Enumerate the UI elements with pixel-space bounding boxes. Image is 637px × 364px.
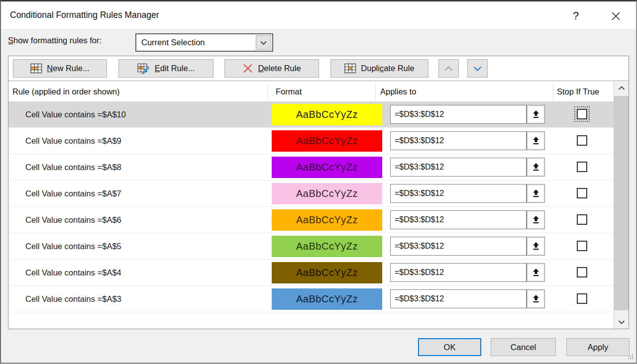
applies-to-input[interactable] bbox=[390, 210, 527, 229]
format-preview-text: AaBbCcYyZz bbox=[296, 293, 358, 305]
header-divider bbox=[267, 83, 268, 100]
apply-button[interactable]: Apply bbox=[566, 338, 630, 356]
applies-to-input[interactable] bbox=[390, 263, 527, 282]
table-row[interactable]: Cell Value contains =$A$10 AaBbCcYyZz bbox=[8, 101, 614, 128]
collapse-dialog-button[interactable] bbox=[527, 184, 545, 203]
rules-toolbar: New Rule... Edit Rule... bbox=[8, 56, 629, 81]
header-stop-if-true: Stop If True bbox=[557, 82, 599, 101]
stop-if-true-checkbox[interactable] bbox=[577, 293, 587, 304]
close-button[interactable] bbox=[607, 8, 624, 23]
rule-description: Cell Value contains =$A$10 bbox=[25, 101, 126, 127]
collapse-dialog-button[interactable] bbox=[527, 158, 545, 177]
table-row[interactable]: Cell Value contains =$A$4 AaBbCcYyZz bbox=[8, 260, 614, 286]
collapse-range-arrow-icon bbox=[532, 189, 540, 198]
collapse-range-arrow-icon bbox=[532, 110, 540, 119]
table-row[interactable]: Cell Value contains =$A$5 AaBbCcYyZz bbox=[8, 233, 614, 260]
scope-dropdown-value: Current Selection bbox=[141, 34, 205, 51]
applies-to-input[interactable] bbox=[390, 289, 527, 308]
format-preview-swatch: AaBbCcYyZz bbox=[272, 130, 382, 152]
rule-description: Cell Value contains =$A$7 bbox=[25, 181, 121, 206]
applies-to-group bbox=[390, 131, 545, 150]
format-preview-text: AaBbCcYyZz bbox=[296, 109, 358, 120]
stop-if-true-checkbox[interactable] bbox=[577, 135, 587, 146]
collapse-dialog-button[interactable] bbox=[527, 237, 545, 256]
move-rule-down-button[interactable] bbox=[467, 59, 488, 78]
applies-to-input[interactable] bbox=[390, 131, 527, 150]
format-preview-text: AaBbCcYyZz bbox=[296, 267, 358, 278]
rules-panel: New Rule... Edit Rule... bbox=[8, 56, 629, 329]
collapse-range-arrow-icon bbox=[532, 163, 540, 172]
rule-description: Cell Value contains =$A$6 bbox=[25, 207, 121, 233]
stop-if-true-checkbox[interactable] bbox=[577, 162, 587, 172]
edit-rule-button[interactable]: Edit Rule... bbox=[118, 59, 213, 78]
header-rule: Rule (applied in order shown) bbox=[12, 82, 120, 101]
move-rule-up-button[interactable] bbox=[438, 59, 459, 78]
table-row[interactable]: Cell Value contains =$A$3 AaBbCcYyZz bbox=[8, 286, 614, 312]
table-row[interactable]: Cell Value contains =$A$9 AaBbCcYyZz bbox=[8, 128, 614, 154]
format-preview-swatch: AaBbCcYyZz bbox=[272, 157, 382, 178]
collapse-dialog-button[interactable] bbox=[527, 263, 545, 282]
format-preview-text: AaBbCcYyZz bbox=[296, 162, 358, 173]
delete-x-icon bbox=[242, 64, 253, 73]
new-rule-grid-icon bbox=[30, 63, 42, 74]
header-divider bbox=[375, 83, 376, 100]
applies-to-input[interactable] bbox=[390, 158, 527, 177]
applies-to-input[interactable] bbox=[390, 105, 527, 124]
close-icon bbox=[611, 11, 621, 21]
collapse-dialog-button[interactable] bbox=[527, 289, 545, 308]
scope-dropdown[interactable]: Current Selection bbox=[135, 33, 273, 52]
applies-to-group bbox=[390, 289, 545, 308]
format-preview-swatch: AaBbCcYyZz bbox=[272, 262, 382, 283]
stop-if-true-checkbox[interactable] bbox=[577, 109, 587, 119]
duplicate-rule-button[interactable]: Duplicate Rule bbox=[330, 59, 428, 78]
header-applies-to: Applies to bbox=[380, 82, 416, 101]
edit-rule-label: Edit Rule... bbox=[155, 64, 195, 73]
scrollbar-thumb[interactable] bbox=[614, 96, 629, 310]
show-rules-label: Show formatting rules for: bbox=[8, 36, 102, 45]
stop-if-true-checkbox[interactable] bbox=[577, 188, 587, 198]
header-format: Format bbox=[276, 82, 302, 101]
format-preview-text: AaBbCcYyZz bbox=[296, 188, 358, 199]
delete-rule-label: Delete Rule bbox=[258, 64, 301, 73]
applies-to-group bbox=[390, 158, 545, 177]
chevron-up-icon bbox=[444, 66, 453, 72]
dialog-title: Conditional Formatting Rules Manager bbox=[10, 1, 159, 29]
table-row[interactable]: Cell Value contains =$A$7 AaBbCcYyZz bbox=[8, 181, 614, 207]
stop-if-true-checkbox[interactable] bbox=[577, 267, 587, 277]
scroll-down-arrow-icon bbox=[618, 320, 625, 324]
ok-button[interactable]: OK bbox=[418, 338, 481, 356]
rule-description: Cell Value contains =$A$9 bbox=[25, 128, 121, 154]
conditional-formatting-rules-manager-dialog: Conditional Formatting Rules Manager ? S… bbox=[0, 0, 637, 364]
chevron-down-icon bbox=[473, 66, 482, 72]
format-preview-text: AaBbCcYyZz bbox=[296, 135, 358, 147]
help-button[interactable]: ? bbox=[568, 8, 583, 23]
resize-grip[interactable] bbox=[626, 352, 634, 360]
rule-description: Cell Value contains =$A$8 bbox=[25, 154, 121, 180]
vertical-scrollbar[interactable] bbox=[614, 82, 629, 329]
stop-if-true-checkbox[interactable] bbox=[577, 214, 587, 225]
scope-dropdown-arrow-button[interactable] bbox=[256, 35, 271, 50]
applies-to-input[interactable] bbox=[390, 184, 527, 203]
collapse-range-arrow-icon bbox=[532, 294, 540, 303]
collapse-dialog-button[interactable] bbox=[527, 210, 545, 229]
rule-description: Cell Value contains =$A$4 bbox=[25, 260, 121, 285]
duplicate-rule-grid-icon bbox=[344, 63, 356, 74]
format-preview-swatch: AaBbCcYyZz bbox=[272, 183, 382, 204]
table-row[interactable]: Cell Value contains =$A$8 AaBbCcYyZz bbox=[8, 154, 614, 181]
rule-description: Cell Value contains =$A$5 bbox=[25, 233, 121, 259]
format-preview-swatch: AaBbCcYyZz bbox=[272, 209, 382, 231]
scrollbar-down-button[interactable] bbox=[614, 315, 629, 329]
delete-rule-button[interactable]: Delete Rule bbox=[224, 59, 319, 78]
scrollbar-up-button[interactable] bbox=[614, 82, 629, 95]
new-rule-label: New Rule... bbox=[47, 64, 89, 73]
collapse-dialog-button[interactable] bbox=[527, 131, 545, 150]
applies-to-input[interactable] bbox=[390, 237, 527, 256]
cancel-button[interactable]: Cancel bbox=[491, 338, 556, 356]
format-preview-swatch: AaBbCcYyZz bbox=[272, 104, 382, 125]
table-row[interactable]: Cell Value contains =$A$6 AaBbCcYyZz bbox=[8, 207, 614, 233]
collapse-dialog-button[interactable] bbox=[527, 105, 545, 124]
applies-to-group bbox=[390, 237, 545, 256]
stop-if-true-checkbox[interactable] bbox=[577, 241, 587, 251]
new-rule-button[interactable]: New Rule... bbox=[13, 59, 107, 78]
chevron-down-icon bbox=[260, 40, 267, 45]
